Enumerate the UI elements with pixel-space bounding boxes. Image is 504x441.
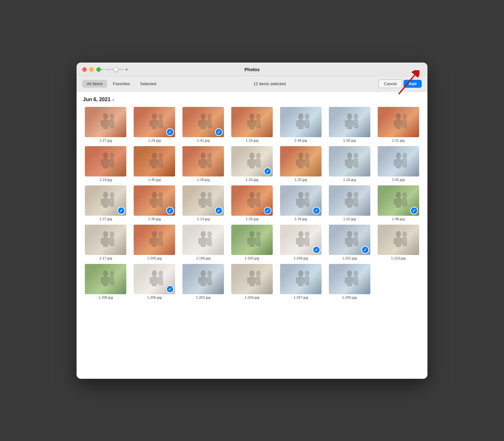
svg-point-47 (201, 153, 206, 159)
photo-item[interactable]: ✓1-199.jpg (181, 225, 226, 260)
svg-rect-109 (101, 238, 110, 244)
photo-filename: 1-28.jpg (197, 178, 210, 182)
add-button[interactable]: Add (404, 80, 422, 88)
svg-point-87 (249, 192, 255, 198)
svg-point-50 (207, 153, 212, 159)
svg-rect-74 (101, 199, 110, 205)
svg-point-52 (249, 153, 255, 159)
svg-rect-9 (150, 120, 159, 127)
zoom-plus-icon[interactable]: + (125, 67, 128, 72)
svg-rect-136 (354, 237, 358, 246)
content-area: Jun 6, 2021 › ✓1-27.jpg ✓1- (77, 92, 427, 379)
svg-point-122 (249, 231, 255, 237)
svg-point-157 (249, 270, 255, 277)
svg-point-162 (298, 270, 303, 277)
svg-rect-131 (305, 237, 309, 246)
photo-item[interactable]: ✓1-204.jpg (229, 264, 275, 299)
svg-rect-159 (247, 277, 257, 284)
photo-item[interactable]: ✓1-27.jpg (83, 107, 129, 142)
photo-item[interactable]: ✓1-202.jpg (181, 264, 226, 299)
photo-filename: 1-36.jpg (343, 138, 356, 142)
svg-point-127 (298, 231, 303, 237)
selected-tab[interactable]: Selected (136, 80, 161, 88)
svg-point-102 (396, 192, 401, 198)
svg-rect-169 (345, 277, 354, 284)
svg-rect-106 (403, 198, 407, 207)
photo-item[interactable]: ✓1-17.jpg (83, 225, 129, 260)
svg-rect-154 (198, 277, 208, 284)
photo-filename: 1-13.jpg (197, 217, 210, 221)
zoom-slider[interactable] (105, 69, 124, 70)
photo-item[interactable]: ✓1-30.jpg (132, 185, 177, 221)
cancel-button[interactable]: Cancel (378, 79, 402, 88)
svg-point-70 (403, 153, 407, 159)
svg-rect-11 (159, 119, 163, 128)
photo-item[interactable]: ✓1-29.jpg (229, 185, 275, 221)
svg-rect-156 (207, 276, 212, 285)
photo-filename: 1-24.jpg (148, 138, 161, 142)
photo-item[interactable]: ✓1-34.jpg (278, 185, 323, 221)
zoom-minus-icon[interactable]: − (100, 67, 103, 72)
svg-point-135 (354, 231, 358, 237)
photo-item[interactable]: ✓1-210.jpg (375, 225, 421, 260)
photo-item[interactable]: ✓1-25.jpg (278, 146, 323, 182)
svg-rect-54 (247, 160, 257, 166)
titlebar: − + Photos (77, 63, 427, 76)
minimize-button[interactable] (89, 67, 94, 72)
selection-checkmark: ✓ (166, 207, 174, 214)
photo-item[interactable]: ✓1-15.jpg (229, 107, 275, 142)
photo-item[interactable]: ✓1-36.jpg (327, 107, 372, 142)
photo-item[interactable]: ✓1-42.jpg (375, 146, 421, 182)
svg-rect-121 (207, 237, 212, 246)
photo-item[interactable]: ✓1-203.jpg (229, 225, 275, 260)
photo-item[interactable]: ✓1-45.jpg (132, 146, 177, 182)
favorites-tab[interactable]: Favorites (108, 80, 134, 88)
photo-item[interactable]: ✓1-209.jpg (83, 264, 129, 299)
svg-point-80 (159, 192, 163, 198)
svg-rect-14 (198, 120, 208, 127)
svg-point-167 (347, 270, 352, 277)
photo-item[interactable]: ✓1-46.jpg (375, 185, 421, 221)
photo-item[interactable]: ✓1-19.jpg (83, 146, 129, 182)
photo-item[interactable]: ✓1-205.jpg (132, 225, 177, 260)
photos-window: − + Photos All Items Favorites Selected … (77, 63, 427, 379)
photo-item[interactable]: ✓1-41.jpg (181, 107, 226, 142)
svg-point-107 (103, 231, 108, 237)
close-button[interactable] (82, 67, 87, 72)
photo-item[interactable]: ✓1-22.jpg (327, 185, 372, 221)
photo-item[interactable]: ✓1-201.jpg (327, 225, 372, 260)
selection-count: 12 items selected (162, 81, 377, 86)
photo-item[interactable]: ✓1-16.jpg (327, 146, 372, 182)
photo-item[interactable]: ✓1-207.jpg (278, 264, 323, 299)
all-items-tab[interactable]: All Items (82, 80, 107, 88)
svg-rect-4 (101, 120, 110, 127)
date-chevron-icon[interactable]: › (112, 97, 114, 102)
photo-filename: 1-203.jpg (245, 256, 259, 260)
svg-point-100 (354, 192, 358, 198)
photo-item[interactable]: ✓1-206.jpg (132, 264, 177, 299)
svg-rect-19 (247, 120, 257, 127)
svg-point-25 (305, 114, 309, 119)
photo-item[interactable]: ✓1-28.jpg (181, 146, 226, 182)
svg-point-72 (103, 192, 108, 198)
photo-item[interactable]: ✓1-13.jpg (181, 185, 226, 221)
svg-point-30 (354, 114, 358, 119)
svg-rect-29 (345, 120, 354, 127)
photo-item[interactable]: ✓1-200.jpg (327, 264, 372, 299)
svg-rect-114 (150, 238, 159, 244)
photo-item[interactable]: ✓1-33.jpg (229, 146, 275, 182)
zoom-slider-thumb[interactable] (114, 67, 118, 72)
photo-item[interactable]: ✓1-208.jpg (278, 225, 323, 260)
selection-checkmark: ✓ (264, 207, 271, 214)
photo-item[interactable]: ✓1-48.jpg (278, 107, 323, 142)
svg-point-10 (159, 114, 163, 119)
photo-item[interactable]: ✓1-21.jpg (375, 107, 421, 142)
selection-checkmark: ✓ (166, 128, 174, 136)
svg-point-95 (305, 192, 309, 198)
svg-point-5 (110, 114, 114, 119)
svg-rect-56 (256, 159, 261, 168)
photo-filename: 1-25.jpg (294, 178, 307, 182)
maximize-button[interactable] (96, 67, 101, 72)
photo-item[interactable]: ✓1-24.jpg (132, 107, 177, 142)
photo-item[interactable]: ✓1-37.jpg (83, 185, 129, 221)
